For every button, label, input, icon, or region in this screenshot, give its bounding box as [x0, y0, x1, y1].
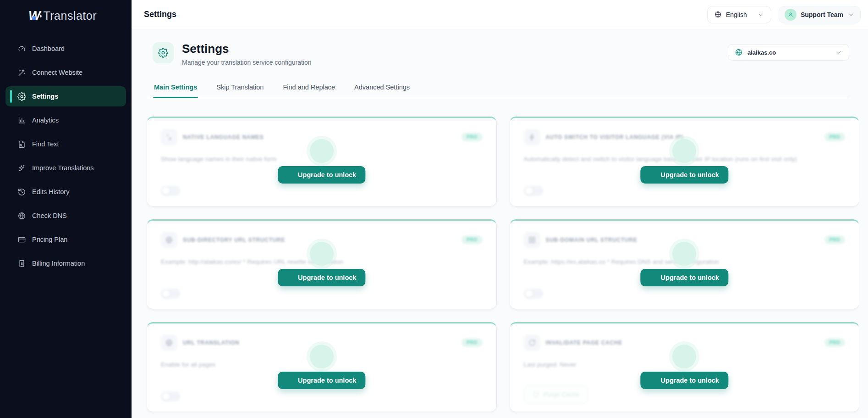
lock-icon — [316, 351, 327, 362]
sidebar-nav: Dashboard Connect Website Settings Analy… — [0, 29, 132, 286]
card-native-language-names: A NATIVE LANGUAGE NAMES PRO Show languag… — [147, 117, 497, 206]
chevron-down-icon — [835, 49, 842, 56]
gear-icon — [17, 92, 26, 101]
globe-icon — [714, 11, 722, 18]
locked-overlay: Upgrade to unlock — [510, 221, 859, 309]
upgrade-button-label: Upgrade to unlock — [298, 377, 356, 384]
lock-icon — [650, 377, 657, 384]
settings-cards-grid: A NATIVE LANGUAGE NAMES PRO Show languag… — [147, 117, 859, 412]
lock-icon — [287, 377, 294, 384]
settings-tabs: Main SettingsSkip TranslationFind and Re… — [147, 79, 849, 98]
language-label: English — [726, 11, 747, 18]
wand-icon — [17, 68, 26, 77]
person-icon — [787, 11, 794, 18]
lock-icon — [650, 171, 657, 178]
lock-icon — [316, 145, 327, 156]
lock-icon — [287, 171, 294, 178]
locked-overlay: Upgrade to unlock — [147, 323, 496, 412]
sidebar-item-connect-website[interactable]: Connect Website — [5, 62, 126, 83]
card-invalidate-page-cache: INVALIDATE PAGE CACHE PRO Last purged: N… — [510, 322, 860, 412]
topbar: Settings English Support Team — [132, 0, 868, 29]
sidebar-item-label: Connect Website — [32, 69, 82, 76]
svg-text:$: $ — [21, 261, 23, 265]
billing-icon: $ — [17, 259, 26, 268]
card-sub-domain-url-structure: SUB-DOMAIN URL STRUCTURE PRO Example: ht… — [510, 219, 860, 309]
user-name: Support Team — [801, 11, 843, 18]
chevron-down-icon — [847, 11, 855, 18]
site-selector-value: alaikas.co — [747, 49, 776, 56]
sidebar-item-label: Dashboard — [32, 45, 65, 52]
tab-advanced-settings[interactable]: Advanced Settings — [353, 79, 411, 98]
sidebar-item-pricing-plan[interactable]: Pricing Plan — [5, 229, 126, 250]
logo-mark: W — [28, 8, 40, 23]
sidebar-item-label: Edits History — [32, 188, 69, 195]
language-selector[interactable]: English — [707, 6, 771, 23]
lock-icon — [679, 351, 690, 362]
topbar-actions: English Support Team — [707, 6, 861, 23]
history-icon — [17, 188, 26, 196]
app-logo[interactable]: W Translator — [0, 0, 132, 29]
upgrade-button-label: Upgrade to unlock — [298, 274, 356, 281]
page-subtitle: Manage your translation service configur… — [182, 59, 312, 66]
upgrade-to-unlock-button[interactable]: Upgrade to unlock — [641, 166, 728, 184]
sparkles-icon — [17, 164, 26, 173]
sidebar-item-billing-information[interactable]: $ Billing Information — [5, 253, 126, 273]
globe-icon — [735, 48, 743, 56]
upgrade-to-unlock-button[interactable]: Upgrade to unlock — [641, 269, 728, 286]
lock-icon — [287, 274, 294, 281]
tab-skip-translation[interactable]: Skip Translation — [215, 79, 264, 98]
upgrade-to-unlock-button[interactable]: Upgrade to unlock — [278, 372, 365, 389]
upgrade-to-unlock-button[interactable]: Upgrade to unlock — [278, 269, 365, 286]
credit-card-icon — [17, 235, 26, 244]
sidebar-item-label: Find Text — [32, 140, 59, 148]
site-selector[interactable]: alaikas.co — [728, 44, 849, 61]
sidebar-item-label: Analytics — [32, 117, 59, 124]
sidebar-item-analytics[interactable]: Analytics — [5, 110, 126, 130]
page-title: Settings — [182, 42, 312, 56]
sidebar-item-check-dns[interactable]: Check DNS — [5, 206, 126, 226]
locked-overlay: Upgrade to unlock — [147, 118, 496, 206]
page-header-text: Settings Manage your translation service… — [182, 42, 312, 66]
main-panel: Settings English Support Team — [132, 0, 868, 418]
page-header: Settings Manage your translation service… — [147, 42, 859, 66]
lock-icon — [679, 145, 690, 156]
settings-page-icon — [153, 42, 174, 63]
sidebar-item-label: Settings — [32, 93, 58, 100]
avatar — [785, 9, 797, 21]
lock-icon — [679, 248, 690, 259]
lock-circle — [310, 139, 334, 163]
upgrade-button-label: Upgrade to unlock — [661, 377, 719, 384]
lock-circle — [310, 345, 334, 368]
tab-find-and-replace[interactable]: Find and Replace — [282, 79, 336, 98]
sidebar-item-dashboard[interactable]: Dashboard — [5, 39, 126, 59]
sidebar-item-edits-history[interactable]: Edits History — [5, 182, 126, 202]
user-menu[interactable]: Support Team — [779, 6, 861, 23]
card-auto-switch-to-visitor-language-via-ip: AUTO SWITCH TO VISITOR LANGUAGE (VIA IP)… — [510, 117, 860, 206]
topbar-title: Settings — [144, 10, 176, 19]
sidebar: W Translator Dashboard Connect Website S… — [0, 0, 132, 418]
sidebar-item-settings[interactable]: Settings — [5, 86, 126, 106]
sidebar-item-label: Billing Information — [32, 260, 85, 267]
locked-overlay: Upgrade to unlock — [147, 221, 496, 309]
upgrade-to-unlock-button[interactable]: Upgrade to unlock — [641, 372, 728, 389]
lock-circle — [672, 345, 696, 368]
lock-icon — [316, 248, 327, 259]
sidebar-item-improve-translations[interactable]: Improve Translations — [5, 158, 126, 178]
upgrade-button-label: Upgrade to unlock — [298, 171, 356, 178]
tab-main-settings[interactable]: Main Settings — [153, 79, 198, 98]
analytics-icon — [17, 116, 26, 125]
app-root: W Translator Dashboard Connect Website S… — [0, 0, 868, 418]
lock-icon — [650, 274, 657, 281]
gear-icon — [158, 48, 168, 58]
sidebar-item-label: Check DNS — [32, 212, 67, 219]
lock-circle — [672, 139, 696, 163]
upgrade-button-label: Upgrade to unlock — [661, 171, 719, 178]
sidebar-item-find-text[interactable]: Find Text — [5, 134, 126, 154]
card-url-translation: URL TRANSLATION PRO Enable for all pages… — [147, 322, 497, 412]
sidebar-item-label: Pricing Plan — [32, 236, 67, 243]
locked-overlay: Upgrade to unlock — [510, 323, 859, 412]
globe-icon — [17, 212, 26, 220]
upgrade-to-unlock-button[interactable]: Upgrade to unlock — [278, 166, 365, 184]
card-sub-directory-url-structure: SUB-DIRECTORY URL STRUCTURE PRO Example:… — [147, 219, 497, 309]
chevron-down-icon — [757, 11, 764, 18]
